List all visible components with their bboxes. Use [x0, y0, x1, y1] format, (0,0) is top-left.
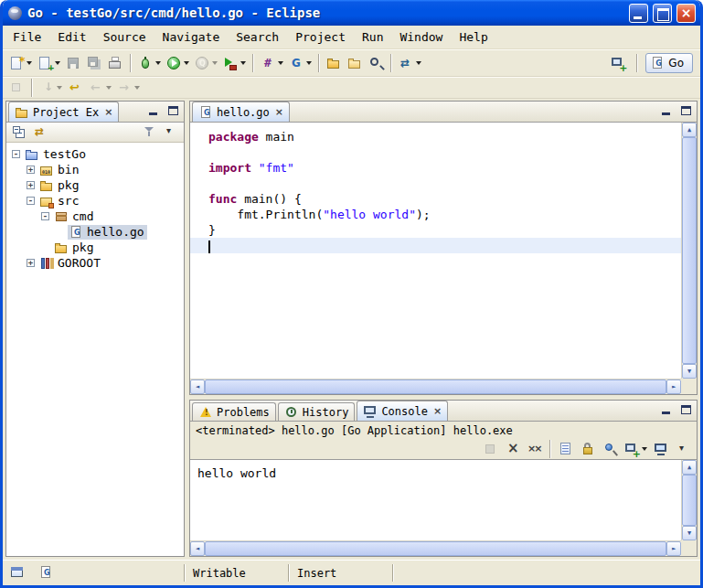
code-line[interactable]: }	[190, 222, 681, 238]
new-wizard-button[interactable]	[6, 53, 35, 74]
console-vertical-scrollbar[interactable]: ▲ ▼	[681, 460, 697, 540]
go-tool-button[interactable]	[258, 53, 286, 74]
tree-item-cmd[interactable]: -cmd	[6, 208, 184, 224]
build-status-button[interactable]	[38, 565, 54, 581]
open-perspective-button[interactable]	[608, 53, 629, 74]
menu-run[interactable]: Run	[354, 27, 391, 47]
view-filter-button[interactable]	[139, 122, 160, 143]
code-line[interactable]: func main() {	[190, 191, 681, 207]
search-button[interactable]	[366, 53, 387, 74]
close-editor-icon[interactable]: ×	[275, 106, 283, 118]
new-element-button[interactable]	[35, 53, 63, 74]
tree-item-hello-go[interactable]: hello.go	[6, 224, 184, 240]
code-line[interactable]	[190, 176, 681, 191]
dropdown-arrow-icon[interactable]	[642, 447, 647, 451]
editor-horizontal-scrollbar[interactable]: ◄ ►	[190, 379, 681, 394]
debug-button[interactable]	[135, 53, 164, 74]
code-line[interactable]: fmt.Println("hello world");	[190, 207, 681, 222]
dropdown-arrow-icon[interactable]	[106, 86, 112, 90]
print-button[interactable]	[105, 53, 126, 74]
menu-navigate[interactable]: Navigate	[154, 27, 229, 47]
scroll-up-button[interactable]: ▲	[682, 123, 697, 137]
dropdown-arrow-icon[interactable]	[184, 61, 189, 65]
dropdown-arrow-icon[interactable]	[278, 61, 283, 65]
tab-console[interactable]: Console×	[357, 401, 448, 421]
open-console-button[interactable]	[622, 439, 650, 460]
link-with-editor-button[interactable]	[30, 122, 51, 143]
tab-project-explorer[interactable]: Project Ex ×	[8, 102, 119, 122]
scrollbar-thumb[interactable]	[682, 475, 697, 526]
minimize-console-button[interactable]	[658, 403, 676, 418]
open-project-button[interactable]	[345, 53, 366, 74]
collapse-toggle-icon[interactable]: -	[12, 150, 20, 158]
dropdown-arrow-icon[interactable]	[134, 86, 140, 90]
console-horizontal-scrollbar[interactable]: ◄ ►	[190, 540, 681, 556]
menu-source[interactable]: Source	[95, 27, 154, 47]
dropdown-arrow-icon[interactable]	[416, 61, 421, 65]
open-resource-button[interactable]	[324, 53, 345, 74]
tree-item-bin[interactable]: +bin	[6, 162, 184, 177]
dropdown-arrow-icon[interactable]	[55, 61, 60, 65]
dropdown-arrow-icon[interactable]	[212, 61, 218, 65]
menu-window[interactable]: Window	[391, 27, 451, 47]
scroll-right-button[interactable]: ►	[666, 380, 681, 394]
menu-edit[interactable]: Edit	[49, 27, 94, 47]
scroll-right-button[interactable]: ►	[666, 541, 681, 556]
code-line[interactable]: package main	[190, 129, 681, 144]
tab-history[interactable]: History	[278, 402, 356, 421]
code-line[interactable]: import "fmt"	[190, 160, 681, 176]
synchronize-button[interactable]	[396, 53, 424, 74]
code-area[interactable]: package mainimport "fmt"func main() { fm…	[190, 123, 681, 379]
close-view-icon[interactable]: ×	[104, 106, 112, 118]
display-selected-console-button[interactable]	[651, 439, 672, 460]
scroll-left-button[interactable]: ◄	[190, 541, 205, 556]
menu-project[interactable]: Project	[287, 27, 354, 47]
minimize-editor-button[interactable]	[658, 104, 676, 119]
code-line[interactable]	[190, 238, 681, 253]
godoc-button[interactable]	[286, 53, 314, 74]
dropdown-arrow-icon[interactable]	[57, 86, 62, 90]
tree-item-pkg[interactable]: +pkg	[6, 177, 184, 193]
pin-console-button[interactable]	[600, 439, 621, 460]
scroll-lock-button[interactable]	[578, 439, 599, 460]
editor-vertical-scrollbar[interactable]: ▲ ▼	[681, 123, 697, 379]
collapse-toggle-icon[interactable]: -	[27, 197, 35, 205]
tree-item-pkg[interactable]: pkg	[6, 240, 184, 255]
scrollbar-thumb[interactable]	[205, 541, 666, 556]
code-line[interactable]	[190, 144, 681, 160]
external-tools-button[interactable]	[220, 53, 249, 74]
menu-help[interactable]: Help	[451, 27, 495, 47]
scroll-down-button[interactable]: ▼	[682, 526, 697, 540]
minimize-button[interactable]	[629, 4, 648, 23]
scrollbar-thumb[interactable]	[682, 137, 697, 364]
maximize-button[interactable]	[653, 4, 672, 23]
console-output[interactable]: hello world	[190, 460, 681, 540]
dropdown-arrow-icon[interactable]	[27, 61, 32, 65]
tab-hello-go[interactable]: hello.go ×	[192, 102, 290, 122]
close-view-icon[interactable]: ×	[433, 405, 442, 417]
maximize-console-button[interactable]	[677, 403, 695, 418]
menu-file[interactable]: File	[5, 27, 49, 47]
scroll-up-button[interactable]: ▲	[682, 460, 697, 475]
close-button[interactable]: ×	[676, 4, 696, 23]
expand-toggle-icon[interactable]: +	[27, 259, 35, 267]
scroll-down-button[interactable]: ▼	[682, 364, 697, 379]
tree-item-src[interactable]: -src	[6, 193, 184, 208]
menu-search[interactable]: Search	[228, 27, 287, 47]
console-view-menu-button[interactable]	[673, 439, 694, 460]
scroll-left-button[interactable]: ◄	[190, 380, 205, 394]
tree-item-goroot[interactable]: +GOROOT	[6, 255, 184, 271]
collapse-toggle-icon[interactable]: -	[41, 212, 49, 220]
tab-problems[interactable]: Problems	[192, 402, 276, 421]
maximize-view-button[interactable]	[165, 104, 182, 119]
last-edit-location-button[interactable]	[65, 78, 86, 99]
maximize-editor-button[interactable]	[677, 104, 695, 119]
remove-launch-button[interactable]	[502, 439, 523, 460]
run-button[interactable]	[164, 53, 192, 74]
dropdown-arrow-icon[interactable]	[306, 61, 312, 65]
minimize-view-button[interactable]	[145, 104, 163, 119]
scrollbar-thumb[interactable]	[205, 380, 666, 394]
remove-all-launches-button[interactable]	[524, 439, 545, 460]
tree-item-testgo[interactable]: -testGo	[6, 146, 184, 162]
expand-toggle-icon[interactable]: +	[27, 181, 35, 189]
